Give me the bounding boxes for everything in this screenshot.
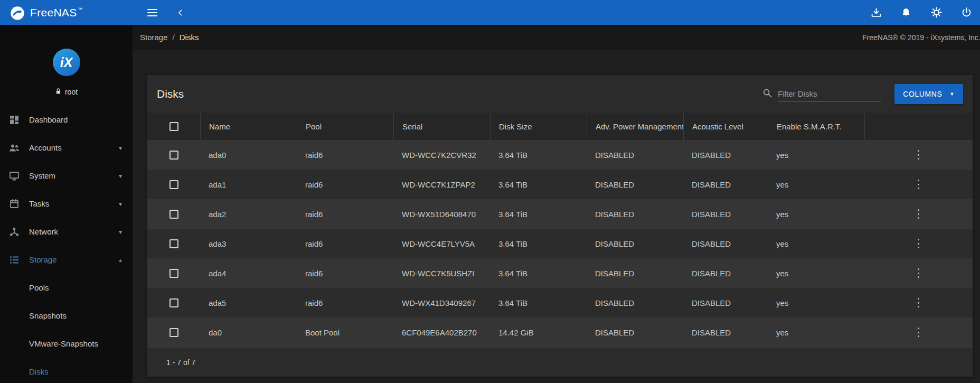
top-bar: FreeNAS ™ — [0, 0, 980, 25]
cell-smart: yes — [768, 328, 864, 337]
table-row: ada5 raid6 WD-WX41D3409267 3.64 TiB DISA… — [147, 288, 973, 317]
brand-trademark: ™ — [78, 7, 82, 12]
sidebar-subitem-vmware-snapshots[interactable]: VMware-Snapshots — [0, 330, 133, 358]
row-actions-kebab-icon[interactable]: ⋮ — [909, 296, 929, 310]
row-checkbox[interactable] — [169, 269, 178, 278]
cell-name: ada0 — [200, 151, 297, 160]
menu-hamburger-icon[interactable] — [145, 7, 159, 18]
brand[interactable]: FreeNAS ™ — [0, 5, 133, 21]
row-checkbox[interactable] — [169, 239, 178, 248]
sidebar-subitem-label: Pools — [29, 283, 49, 292]
breadcrumb-bar: Storage / Disks FreeNAS® © 2019 - iXsyst… — [133, 25, 980, 50]
sidebar-item-network[interactable]: Network ▾ — [0, 218, 133, 246]
cell-pool: raid6 — [297, 298, 393, 307]
username: root — [65, 88, 78, 96]
cell-serial: WD-WCC7K2CVR32 — [393, 151, 490, 160]
sidebar-item-system[interactable]: System ▾ — [0, 162, 133, 190]
row-checkbox[interactable] — [169, 210, 178, 219]
row-actions-kebab-icon[interactable]: ⋮ — [909, 237, 929, 250]
sidebar-item-accounts[interactable]: Accounts ▾ — [0, 134, 133, 162]
cell-disk-size: 3.64 TiB — [490, 269, 587, 278]
breadcrumb-storage[interactable]: Storage — [140, 33, 168, 42]
column-header-actions — [864, 113, 973, 140]
chevron-down-icon: ▾ — [119, 172, 122, 180]
dashboard-icon — [9, 115, 20, 125]
table-body: ada0 raid6 WD-WCC7K2CVR32 3.64 TiB DISAB… — [147, 140, 973, 347]
system-display-icon — [9, 171, 20, 181]
cell-apm: DISABLED — [587, 180, 683, 189]
cell-disk-size: 3.64 TiB — [490, 151, 587, 160]
table-footer: 1 - 7 of 7 — [147, 347, 973, 377]
sidebar: iX root — [0, 25, 133, 383]
cell-serial: WD-WCC4E7LYV5A — [393, 239, 490, 248]
row-actions-kebab-icon[interactable]: ⋮ — [909, 266, 929, 280]
column-header-apm[interactable]: Adv. Power Management — [587, 113, 683, 140]
task-manager-icon[interactable] — [870, 6, 882, 19]
row-checkbox[interactable] — [169, 151, 178, 160]
sidebar-item-dashboard[interactable]: Dashboard — [0, 106, 133, 134]
cell-serial: WD-WX51D6408470 — [393, 210, 490, 219]
column-header-name[interactable]: Name — [200, 113, 297, 140]
storage-list-icon — [9, 255, 20, 265]
sidebar-item-label: Tasks — [29, 199, 49, 208]
brand-name: FreeNAS — [30, 6, 77, 19]
sidebar-collapse-chevron-icon[interactable] — [174, 6, 187, 19]
cell-acoustic-level: DISABLED — [683, 269, 768, 278]
column-header-serial[interactable]: Serial — [393, 113, 490, 140]
settings-gear-icon[interactable] — [930, 6, 943, 19]
table-row: ada0 raid6 WD-WCC7K2CVR32 3.64 TiB DISAB… — [147, 140, 973, 170]
breadcrumb-disks[interactable]: Disks — [180, 33, 199, 42]
columns-button[interactable]: COLUMNS ▼ — [894, 84, 963, 104]
ix-logo: iX — [53, 49, 80, 76]
table-row: ada1 raid6 WD-WCC7K1ZPAP2 3.64 TiB DISAB… — [147, 170, 973, 199]
sidebar-item-label: Network — [29, 227, 58, 236]
sidebar-item-label: Storage — [29, 255, 57, 264]
cell-pool: raid6 — [297, 269, 393, 278]
table-row: da0 Boot Pool 6CF049E6A402B270 14.42 GiB… — [147, 317, 973, 347]
cell-pool: Boot Pool — [297, 328, 393, 337]
cell-name: ada5 — [200, 298, 297, 307]
topbar-actions — [870, 6, 980, 19]
chevron-down-icon: ▾ — [119, 200, 122, 208]
cell-pool: raid6 — [297, 180, 393, 189]
sidebar-subitem-disks[interactable]: Disks — [0, 358, 133, 383]
cell-apm: DISABLED — [587, 328, 683, 337]
row-checkbox[interactable] — [169, 298, 178, 307]
filter-disks-input[interactable] — [778, 87, 881, 101]
cell-name: da0 — [200, 328, 297, 337]
sidebar-item-storage[interactable]: Storage ▴ — [0, 246, 133, 274]
row-actions-kebab-icon[interactable]: ⋮ — [909, 148, 929, 162]
row-checkbox[interactable] — [169, 180, 178, 189]
sidebar-nav: Dashboard Accounts ▾ — [0, 106, 133, 383]
sidebar-subitem-label: Disks — [29, 367, 49, 376]
cell-acoustic-level: DISABLED — [683, 328, 768, 337]
column-header-smart[interactable]: Enable S.M.A.R.T. — [768, 113, 864, 140]
column-header-acoustic-level[interactable]: Acoustic Level — [683, 113, 768, 140]
breadcrumb-separator: / — [173, 33, 175, 42]
network-hub-icon — [9, 227, 20, 237]
row-checkbox[interactable] — [169, 328, 178, 337]
select-all-checkbox[interactable] — [169, 122, 178, 131]
column-header-pool[interactable]: Pool — [297, 113, 393, 140]
row-actions-kebab-icon[interactable]: ⋮ — [909, 207, 929, 221]
table-header-row: Name Pool Serial Disk Size Adv. Power Ma… — [147, 113, 973, 140]
sidebar-item-tasks[interactable]: Tasks ▾ — [0, 190, 133, 218]
cell-serial: 6CF049E6A402B270 — [393, 328, 490, 337]
sidebar-subitem-snapshots[interactable]: Snapshots — [0, 302, 133, 330]
cell-disk-size: 3.64 TiB — [490, 239, 587, 248]
chevron-down-icon: ▾ — [119, 144, 122, 152]
cell-apm: DISABLED — [587, 298, 683, 307]
cell-smart: yes — [768, 151, 864, 160]
notifications-bell-icon[interactable] — [900, 6, 912, 19]
cell-disk-size: 3.64 TiB — [490, 180, 587, 189]
column-header-disk-size[interactable]: Disk Size — [490, 113, 587, 140]
power-icon[interactable] — [960, 6, 973, 19]
cell-pool: raid6 — [297, 239, 393, 248]
row-actions-kebab-icon[interactable]: ⋮ — [909, 325, 929, 339]
cell-pool: raid6 — [297, 210, 393, 219]
sidebar-subitem-pools[interactable]: Pools — [0, 274, 133, 302]
cell-serial: WD-WCC7K1ZPAP2 — [393, 180, 490, 189]
row-actions-kebab-icon[interactable]: ⋮ — [909, 178, 929, 191]
sidebar-subitem-label: Snapshots — [29, 311, 67, 320]
cell-serial: WD-WX41D3409267 — [393, 298, 490, 307]
